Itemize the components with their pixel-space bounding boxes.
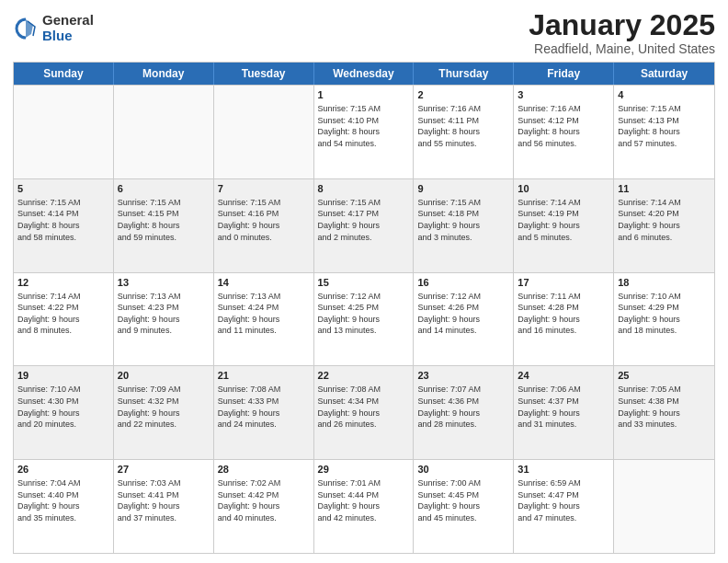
calendar-cell-1-5: 10Sunrise: 7:14 AMSunset: 4:19 PMDayligh… (514, 179, 614, 272)
day-info: Sunrise: 7:14 AMSunset: 4:20 PMDaylight:… (618, 197, 711, 243)
day-info: Sunrise: 7:15 AMSunset: 4:17 PMDaylight:… (318, 197, 410, 243)
calendar-cell-1-6: 11Sunrise: 7:14 AMSunset: 4:20 PMDayligh… (614, 179, 714, 272)
day-number: 17 (518, 276, 609, 290)
calendar-cell-3-1: 20Sunrise: 7:09 AMSunset: 4:32 PMDayligh… (114, 366, 214, 459)
calendar-cell-2-4: 16Sunrise: 7:12 AMSunset: 4:26 PMDayligh… (414, 273, 514, 366)
day-number: 25 (618, 369, 711, 383)
calendar-cell-4-0: 26Sunrise: 7:04 AMSunset: 4:40 PMDayligh… (14, 460, 114, 553)
day-number: 24 (518, 369, 609, 383)
day-number: 4 (618, 88, 711, 102)
calendar-cell-3-0: 19Sunrise: 7:10 AMSunset: 4:30 PMDayligh… (14, 366, 114, 459)
day-number: 18 (618, 276, 711, 290)
calendar-cell-1-3: 8Sunrise: 7:15 AMSunset: 4:17 PMDaylight… (314, 179, 415, 272)
weekday-header-friday: Friday (514, 63, 614, 85)
day-number: 3 (518, 88, 609, 102)
day-info: Sunrise: 7:15 AMSunset: 4:13 PMDaylight:… (618, 103, 711, 149)
day-info: Sunrise: 7:16 AMSunset: 4:11 PMDaylight:… (417, 103, 509, 149)
day-number: 16 (417, 276, 509, 290)
day-info: Sunrise: 7:06 AMSunset: 4:37 PMDaylight:… (518, 384, 609, 430)
weekday-header-tuesday: Tuesday (214, 63, 314, 85)
day-info: Sunrise: 7:12 AMSunset: 4:25 PMDaylight:… (318, 291, 410, 337)
location-text: Readfield, Maine, United States (529, 41, 715, 56)
day-info: Sunrise: 7:05 AMSunset: 4:38 PMDaylight:… (618, 384, 711, 430)
calendar-cell-2-0: 12Sunrise: 7:14 AMSunset: 4:22 PMDayligh… (14, 273, 114, 366)
day-info: Sunrise: 7:10 AMSunset: 4:30 PMDaylight:… (17, 384, 109, 430)
calendar-cell-4-5: 31Sunrise: 6:59 AMSunset: 4:47 PMDayligh… (514, 460, 614, 553)
logo-blue-text: Blue (42, 29, 94, 44)
day-info: Sunrise: 7:04 AMSunset: 4:40 PMDaylight:… (17, 477, 109, 523)
day-number: 30 (417, 463, 509, 477)
day-info: Sunrise: 7:11 AMSunset: 4:28 PMDaylight:… (518, 291, 609, 337)
calendar-cell-2-5: 17Sunrise: 7:11 AMSunset: 4:28 PMDayligh… (514, 273, 614, 366)
calendar-row-1: 5Sunrise: 7:15 AMSunset: 4:14 PMDaylight… (14, 178, 714, 272)
logo: General Blue (13, 13, 94, 43)
day-number: 19 (17, 369, 109, 383)
calendar-row-4: 26Sunrise: 7:04 AMSunset: 4:40 PMDayligh… (14, 459, 714, 553)
weekday-header-saturday: Saturday (614, 63, 714, 85)
day-info: Sunrise: 7:15 AMSunset: 4:16 PMDaylight:… (218, 197, 310, 243)
day-number: 15 (318, 276, 410, 290)
day-info: Sunrise: 7:01 AMSunset: 4:44 PMDaylight:… (318, 477, 410, 523)
day-info: Sunrise: 7:16 AMSunset: 4:12 PMDaylight:… (518, 103, 609, 149)
day-number: 5 (17, 182, 109, 196)
calendar-cell-4-2: 28Sunrise: 7:02 AMSunset: 4:42 PMDayligh… (214, 460, 314, 553)
day-number: 6 (118, 182, 210, 196)
calendar-cell-2-2: 14Sunrise: 7:13 AMSunset: 4:24 PMDayligh… (214, 273, 314, 366)
day-number: 29 (318, 463, 410, 477)
day-number: 26 (17, 463, 109, 477)
calendar-cell-0-1 (114, 86, 214, 178)
day-info: Sunrise: 7:02 AMSunset: 4:42 PMDaylight:… (218, 477, 310, 523)
day-number: 31 (518, 463, 609, 477)
day-info: Sunrise: 7:13 AMSunset: 4:24 PMDaylight:… (218, 291, 310, 337)
calendar-cell-0-2 (214, 86, 314, 178)
calendar-cell-2-3: 15Sunrise: 7:12 AMSunset: 4:25 PMDayligh… (314, 273, 415, 366)
day-number: 14 (218, 276, 310, 290)
day-info: Sunrise: 7:14 AMSunset: 4:22 PMDaylight:… (17, 291, 109, 337)
calendar-cell-3-2: 21Sunrise: 7:08 AMSunset: 4:33 PMDayligh… (214, 366, 314, 459)
calendar-cell-0-6: 4Sunrise: 7:15 AMSunset: 4:13 PMDaylight… (614, 86, 714, 178)
day-info: Sunrise: 7:15 AMSunset: 4:15 PMDaylight:… (118, 197, 210, 243)
day-number: 22 (318, 369, 410, 383)
day-number: 21 (218, 369, 310, 383)
weekday-header-thursday: Thursday (414, 63, 514, 85)
day-number: 23 (417, 369, 509, 383)
day-info: Sunrise: 7:15 AMSunset: 4:18 PMDaylight:… (417, 197, 509, 243)
calendar-cell-4-3: 29Sunrise: 7:01 AMSunset: 4:44 PMDayligh… (314, 460, 415, 553)
weekday-header-sunday: Sunday (14, 63, 114, 85)
month-title: January 2025 (529, 9, 715, 41)
calendar-header: SundayMondayTuesdayWednesdayThursdayFrid… (14, 63, 714, 85)
calendar-row-0: 1Sunrise: 7:15 AMSunset: 4:10 PMDaylight… (14, 85, 714, 178)
calendar-page: General Blue January 2025 Readfield, Mai… (0, 0, 728, 563)
day-number: 27 (118, 463, 210, 477)
day-info: Sunrise: 6:59 AMSunset: 4:47 PMDaylight:… (518, 477, 609, 523)
day-info: Sunrise: 7:00 AMSunset: 4:45 PMDaylight:… (417, 477, 509, 523)
calendar-cell-3-4: 23Sunrise: 7:07 AMSunset: 4:36 PMDayligh… (414, 366, 514, 459)
day-number: 28 (218, 463, 310, 477)
calendar-cell-3-3: 22Sunrise: 7:08 AMSunset: 4:34 PMDayligh… (314, 366, 415, 459)
day-info: Sunrise: 7:08 AMSunset: 4:33 PMDaylight:… (218, 384, 310, 430)
weekday-header-monday: Monday (114, 63, 214, 85)
day-info: Sunrise: 7:09 AMSunset: 4:32 PMDaylight:… (118, 384, 210, 430)
day-number: 20 (118, 369, 210, 383)
calendar-cell-1-0: 5Sunrise: 7:15 AMSunset: 4:14 PMDaylight… (14, 179, 114, 272)
weekday-header-wednesday: Wednesday (314, 63, 415, 85)
logo-text: General Blue (42, 13, 94, 43)
calendar-cell-3-5: 24Sunrise: 7:06 AMSunset: 4:37 PMDayligh… (514, 366, 614, 459)
calendar-cell-0-0 (14, 86, 114, 178)
calendar-body: 1Sunrise: 7:15 AMSunset: 4:10 PMDaylight… (14, 85, 714, 553)
day-number: 8 (318, 182, 410, 196)
calendar-cell-4-6 (614, 460, 714, 553)
logo-general-text: General (42, 13, 94, 29)
day-info: Sunrise: 7:12 AMSunset: 4:26 PMDaylight:… (417, 291, 509, 337)
day-number: 12 (17, 276, 109, 290)
calendar: SundayMondayTuesdayWednesdayThursdayFrid… (13, 62, 715, 554)
calendar-cell-4-4: 30Sunrise: 7:00 AMSunset: 4:45 PMDayligh… (414, 460, 514, 553)
header: General Blue January 2025 Readfield, Mai… (13, 9, 715, 56)
day-number: 10 (518, 182, 609, 196)
title-block: January 2025 Readfield, Maine, United St… (529, 9, 715, 56)
calendar-cell-0-4: 2Sunrise: 7:16 AMSunset: 4:11 PMDaylight… (414, 86, 514, 178)
day-number: 1 (318, 88, 410, 102)
calendar-cell-1-2: 7Sunrise: 7:15 AMSunset: 4:16 PMDaylight… (214, 179, 314, 272)
day-info: Sunrise: 7:15 AMSunset: 4:14 PMDaylight:… (17, 197, 109, 243)
logo-icon (13, 16, 39, 41)
